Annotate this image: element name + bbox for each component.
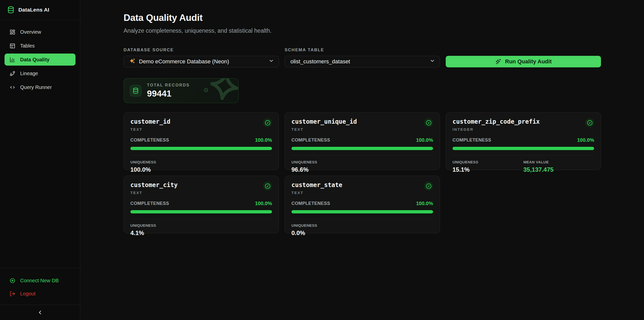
database-logo-icon	[7, 6, 15, 14]
column-quality-card: customer_zip_code_prefix INTEGER COMPLET…	[446, 112, 601, 170]
check-circle-icon	[585, 118, 594, 127]
sidebar-item-lineage[interactable]: Lineage	[5, 67, 75, 79]
connect-new-db-button[interactable]: Connect New DB	[5, 274, 75, 287]
column-quality-card: customer_state TEXT COMPLETENESS 100.0% …	[285, 176, 440, 233]
sidebar-item-label: Query Runner	[20, 84, 52, 90]
sidebar: DataLens AI Overview Tables Data Quality…	[0, 0, 80, 320]
check-circle-icon	[424, 118, 433, 127]
app-root: DataLens AI Overview Tables Data Quality…	[0, 0, 644, 320]
run-quality-audit-button[interactable]: Run Quality Audit	[446, 56, 601, 67]
column-type: TEXT	[130, 127, 170, 131]
completeness-progress-bar	[130, 210, 272, 213]
completeness-label: COMPLETENESS	[291, 201, 330, 206]
column-name: customer_state	[291, 181, 342, 189]
logout-button[interactable]: Logout	[5, 287, 75, 300]
card-divider	[291, 155, 433, 156]
dashboard-icon	[10, 29, 15, 35]
completeness-value: 100.0%	[577, 137, 594, 143]
sidebar-item-label: Lineage	[20, 71, 38, 76]
check-circle-icon	[263, 181, 272, 191]
schema-table-select[interactable]: olist_customers_dataset	[285, 56, 440, 67]
uniqueness-value: 0.0%	[291, 230, 433, 237]
sidebar-item-overview[interactable]: Overview	[5, 26, 75, 38]
database-source-control: DATABASE SOURCE Demo eCommerce Database …	[124, 48, 279, 67]
column-type: TEXT	[291, 191, 342, 195]
column-quality-card: customer_id TEXT COMPLETENESS 100.0% UNI…	[124, 112, 279, 170]
completeness-label: COMPLETENESS	[291, 138, 330, 143]
completeness-progress-bar	[452, 147, 594, 150]
uniqueness-label: UNIQUENESS	[291, 223, 433, 227]
uniqueness-label: UNIQUENESS	[130, 223, 272, 227]
total-records-label: TOTAL RECORDS	[147, 83, 190, 87]
column-name: customer_zip_code_prefix	[452, 118, 540, 125]
sidebar-item-label: Tables	[20, 43, 35, 49]
app-logo: DataLens AI	[0, 0, 80, 20]
chevron-down-icon	[269, 58, 274, 65]
card-divider	[130, 155, 272, 156]
bar-chart-icon	[10, 57, 15, 63]
database-source-label: DATABASE SOURCE	[124, 48, 279, 53]
uniqueness-value: 4.1%	[130, 230, 272, 237]
decorative-sparkle-icon	[207, 78, 239, 103]
completeness-progress-fill	[130, 147, 272, 150]
sidebar-collapse-button[interactable]	[0, 305, 80, 320]
sidebar-item-tables[interactable]: Tables	[5, 40, 75, 52]
completeness-label: COMPLETENESS	[130, 138, 169, 143]
completeness-progress-bar	[291, 210, 433, 213]
app-name: DataLens AI	[18, 7, 49, 13]
sidebar-nav: Overview Tables Data Quality Lineage Que…	[0, 20, 80, 268]
completeness-label: COMPLETENESS	[130, 201, 169, 206]
total-records-text: TOTAL RECORDS 99441	[147, 83, 190, 99]
completeness-value: 100.0%	[416, 137, 433, 143]
database-source-select[interactable]: Demo eCommerce Database (Neon)	[124, 56, 279, 67]
sidebar-footer: Connect New DB Logout	[0, 268, 80, 305]
schema-table-value: olist_customers_dataset	[290, 58, 350, 65]
completeness-progress-fill	[130, 210, 272, 213]
uniqueness-value: 100.0%	[130, 166, 272, 173]
page-subtitle: Analyze completeness, uniqueness, and st…	[124, 27, 601, 34]
check-circle-icon	[424, 181, 433, 191]
total-records-card: TOTAL RECORDS 99441	[124, 78, 239, 103]
chevron-left-icon	[37, 309, 43, 315]
page-title: Data Quality Audit	[124, 13, 601, 23]
uniqueness-label: UNIQUENESS	[452, 160, 523, 164]
mean-value-label: MEAN VALUE	[523, 160, 594, 164]
database-icon	[130, 85, 141, 97]
sparkles-icon	[495, 59, 501, 65]
column-type: INTEGER	[452, 127, 540, 131]
uniqueness-label: UNIQUENESS	[130, 160, 272, 164]
chevron-down-icon	[430, 58, 435, 65]
sidebar-item-data-quality[interactable]: Data Quality	[5, 54, 75, 66]
completeness-progress-fill	[452, 147, 594, 150]
completeness-value: 100.0%	[255, 201, 272, 206]
sidebar-item-query-runner[interactable]: Query Runner	[5, 81, 75, 93]
completeness-progress-bar	[291, 147, 433, 150]
card-divider	[291, 219, 433, 219]
logout-label: Logout	[20, 291, 35, 297]
column-quality-card: customer_unique_id TEXT COMPLETENESS 100…	[285, 112, 440, 170]
connect-new-db-label: Connect New DB	[20, 278, 59, 284]
run-quality-audit-label: Run Quality Audit	[505, 58, 552, 65]
completeness-value: 100.0%	[255, 137, 272, 143]
decorative-ring-icon	[204, 88, 208, 92]
database-source-value: Demo eCommerce Database (Neon)	[139, 58, 229, 65]
controls-row: DATABASE SOURCE Demo eCommerce Database …	[124, 48, 601, 67]
table-icon	[10, 43, 15, 49]
column-type: TEXT	[130, 191, 178, 195]
column-cards-grid: customer_id TEXT COMPLETENESS 100.0% UNI…	[124, 112, 601, 233]
code-icon	[10, 84, 15, 90]
uniqueness-value: 15.1%	[452, 166, 523, 173]
schema-table-control: SCHEMA TABLE olist_customers_dataset	[285, 48, 440, 67]
column-type: TEXT	[291, 127, 357, 131]
completeness-progress-fill	[291, 210, 433, 213]
card-divider	[130, 219, 272, 219]
plus-circle-icon	[10, 278, 15, 284]
completeness-progress-bar	[130, 147, 272, 150]
sidebar-item-label: Overview	[20, 29, 41, 35]
completeness-progress-fill	[291, 147, 433, 150]
column-name: customer_unique_id	[291, 118, 357, 125]
completeness-value: 100.0%	[416, 201, 433, 206]
card-divider	[452, 155, 594, 156]
total-records-value: 99441	[147, 88, 190, 99]
sparkles-emoji-icon	[129, 58, 135, 65]
